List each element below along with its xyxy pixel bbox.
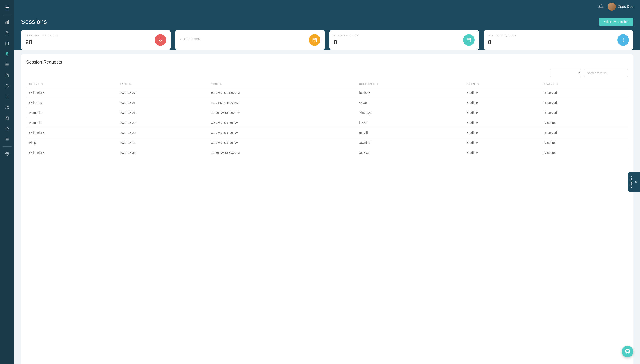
sidebar-item-analytics[interactable]	[2, 92, 12, 102]
sidebar-item-tasks[interactable]	[2, 134, 12, 144]
cell-status-4: Reserved	[541, 128, 628, 138]
cell-sessionid-4: gmVllj	[356, 128, 464, 138]
col-header-room[interactable]: ROOM ⇅	[464, 80, 541, 88]
svg-rect-32	[313, 38, 317, 42]
search-input[interactable]	[584, 69, 628, 77]
sidebar-item-settings[interactable]	[2, 149, 12, 159]
col-header-client[interactable]: CLIENT ⇅	[26, 80, 117, 88]
cell-date-0: 2022-02-27	[117, 88, 208, 98]
svg-point-15	[6, 64, 6, 65]
stat-value-0: 20	[25, 39, 58, 46]
sidebar-item-star[interactable]	[2, 124, 12, 134]
col-header-sessionid[interactable]: SESSIONID ⇅	[356, 80, 464, 88]
col-header-status[interactable]: STATUS ⇅	[541, 80, 628, 88]
cell-status-1: Reserved	[541, 98, 628, 108]
svg-point-14	[6, 64, 6, 64]
stat-label-2: SESSIONS TODAY	[334, 34, 358, 37]
feedback-tab[interactable]: ✉ Feedback	[628, 172, 640, 192]
sort-icon-sessionid: ⇅	[377, 83, 379, 85]
cell-status-0: Reserved	[541, 88, 628, 98]
cell-room-5: Studio A	[464, 138, 541, 148]
user-menu[interactable]: Zeus Doe	[608, 3, 633, 11]
page-title: Sessions	[21, 18, 47, 25]
table-body: 8Mile Big K 2022-02-27 9:00 AM to 11:00 …	[26, 88, 628, 158]
sort-icon-client: ⇅	[41, 83, 43, 85]
svg-rect-8	[7, 52, 8, 54]
table-row[interactable]: 8Mile Big K 2022-02-05 12:30 AM to 3:30 …	[26, 148, 628, 158]
table-row[interactable]: Pimp 2022-02-14 3:00 AM to 6:00 AM 3USd7…	[26, 138, 628, 148]
sidebar-item-list[interactable]	[2, 60, 12, 70]
stat-card-next-session: NEXT SESSION	[175, 30, 325, 50]
cell-status-6: Accepted	[541, 148, 628, 158]
avatar	[608, 3, 616, 11]
svg-rect-29	[160, 38, 161, 40]
sidebar-item-document[interactable]	[2, 70, 12, 80]
cell-client-0: 8Mile Big K	[26, 88, 117, 98]
cell-client-3: Memphis	[26, 118, 117, 128]
sort-icon-date: ⇅	[129, 83, 131, 85]
table-row[interactable]: 8Mile Big K 2022-02-20 3:00 AM to 6:00 A…	[26, 128, 628, 138]
sidebar-item-group[interactable]	[2, 102, 12, 112]
table-row[interactable]: Memphis 2022-02-21 11:00 AM to 2:00 PM Y…	[26, 108, 628, 118]
table-controls: All Reserved Accepted	[26, 69, 628, 77]
cell-status-5: Accepted	[541, 138, 628, 148]
svg-rect-4	[6, 42, 9, 45]
sidebar-item-microphone[interactable]	[2, 49, 12, 59]
cell-client-2: Memphis	[26, 108, 117, 118]
main-content: Zeus Doe Sessions Add New Session SESSIO…	[14, 0, 640, 364]
cell-room-3: Studio A	[464, 118, 541, 128]
svg-rect-0	[6, 22, 6, 24]
content-area: Sessions Add New Session SESSIONS COMPLE…	[14, 13, 640, 364]
table-row[interactable]: Memphis 2022-02-20 3:30 AM to 6:30 AM ji…	[26, 118, 628, 128]
sidebar-item-invoice[interactable]	[2, 113, 12, 123]
table-row[interactable]: 8Mile Tay 2022-02-21 4:00 PM to 6:00 PM …	[26, 98, 628, 108]
svg-rect-36	[467, 38, 471, 42]
svg-marker-24	[6, 127, 9, 130]
add-session-button[interactable]: Add New Session	[599, 18, 633, 26]
sidebar-divider-2	[3, 146, 12, 147]
notification-bell[interactable]	[598, 4, 603, 10]
table-row[interactable]: 8Mile Big K 2022-02-27 9:00 AM to 11:00 …	[26, 88, 628, 98]
cell-status-3: Accepted	[541, 118, 628, 128]
menu-icon[interactable]: ☰	[3, 3, 11, 12]
stat-info-2: SESSIONS TODAY 0	[334, 34, 358, 46]
sidebar-item-calendar[interactable]	[2, 38, 12, 48]
stat-card-sessions-completed: SESSIONS COMPLETED 20	[21, 30, 171, 50]
stat-label-3: PENDING REQUESTS	[488, 34, 517, 37]
col-header-time[interactable]: TIME ⇅	[208, 80, 356, 88]
sidebar-divider-1	[3, 15, 12, 15]
session-table: CLIENT ⇅ DATE ⇅ TIME ⇅ SESSIONID ⇅ ROOM …	[26, 80, 628, 158]
microphone-icon	[155, 34, 166, 46]
sidebar-item-person[interactable]	[2, 28, 12, 38]
cell-client-6: 8Mile Big K	[26, 148, 117, 158]
sidebar-item-chart[interactable]	[2, 17, 12, 27]
cell-date-5: 2022-02-14	[117, 138, 208, 148]
cell-room-2: Studio B	[464, 108, 541, 118]
cell-client-1: 8Mile Tay	[26, 98, 117, 108]
cell-date-1: 2022-02-21	[117, 98, 208, 108]
session-requests-panel: Session Requests All Reserved Accepted C…	[21, 54, 633, 364]
svg-point-21	[8, 106, 9, 107]
sidebar-item-bell[interactable]	[2, 81, 12, 91]
stats-row: SESSIONS COMPLETED 20 NEXT SESSION	[21, 30, 633, 50]
stat-info-0: SESSIONS COMPLETED 20	[25, 34, 58, 46]
cell-sessionid-2: YhOAgG	[356, 108, 464, 118]
svg-point-41	[627, 351, 627, 351]
app-header: Zeus Doe	[14, 0, 640, 13]
cell-date-6: 2022-02-05	[117, 148, 208, 158]
stat-value-3: 0	[488, 39, 517, 46]
chatbot-button[interactable]	[622, 346, 633, 357]
filter-select[interactable]: All Reserved Accepted	[550, 69, 581, 77]
col-header-date[interactable]: DATE ⇅	[117, 80, 208, 88]
table-header-row: CLIENT ⇅ DATE ⇅ TIME ⇅ SESSIONID ⇅ ROOM …	[26, 80, 628, 88]
sort-icon-status: ⇅	[556, 83, 558, 85]
cell-sessionid-3: jibQoi	[356, 118, 464, 128]
cell-date-4: 2022-02-20	[117, 128, 208, 138]
cell-room-0: Studio A	[464, 88, 541, 98]
svg-rect-2	[8, 20, 9, 24]
cell-status-2: Reserved	[541, 108, 628, 118]
svg-point-20	[6, 106, 7, 107]
svg-point-3	[6, 31, 8, 32]
cell-date-2: 2022-02-21	[117, 108, 208, 118]
cell-time-2: 11:00 AM to 2:00 PM	[208, 108, 356, 118]
